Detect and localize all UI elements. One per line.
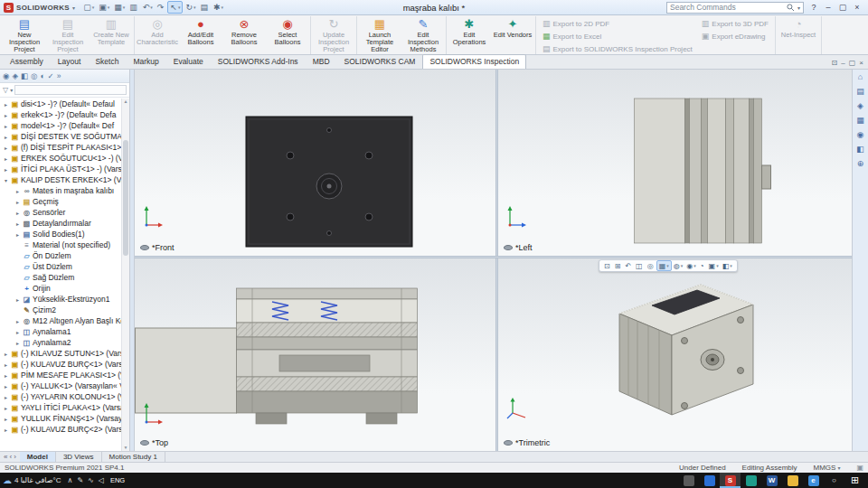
tab-solidworks-inspection[interactable]: SOLIDWORKS Inspection [422,54,526,69]
taskbar-app-icon[interactable] [741,473,761,488]
app-menu-caret-icon[interactable]: ▾ [72,5,75,11]
export-edrawing[interactable]: ▣Export eDrawing [702,32,769,41]
minimize-icon[interactable]: – [821,3,835,12]
task-pane-view-palette-icon[interactable]: ◉ [857,130,864,139]
3d-views-tab[interactable]: 3D Views [56,452,102,462]
launch-template-editor-button[interactable]: ▦Launch Template Editor [358,16,401,54]
tree-expander-icon[interactable]: ▸ [3,145,9,151]
tree-item[interactable]: ▸ ▣ YULLUK FİNANŞ<1> (Varsayıla [0,413,121,424]
tree-expander-icon[interactable]: ▸ [3,166,9,173]
zoom-fit-icon[interactable]: ⊡ [602,260,613,271]
new-document-icon[interactable]: ▢▾ [81,1,96,14]
viewport-left[interactable]: *Left [498,70,852,256]
solidworks-menu[interactable]: S SOLIDWORKS ▾ [4,3,75,13]
tree-item[interactable]: ≡ Material (not specified) [0,239,121,250]
solidworks-taskbar-icon[interactable]: S [720,473,741,488]
tree-expander-icon[interactable]: ▸ [14,329,21,335]
tree-item[interactable]: ▱ Sağ Düzlem [0,272,121,283]
taskbar-app-icon[interactable] [678,473,699,488]
featuremanager-tab-icon[interactable]: ◉ [3,71,9,80]
tree-item[interactable]: ✎ Çizim2 [0,305,121,315]
tree-expander-icon[interactable]: ▸ [3,134,9,140]
taskbar-search-icon[interactable]: ○ [824,473,844,488]
volume-icon[interactable]: ◁ [99,476,104,484]
tree-expander-icon[interactable]: ▸ [3,416,9,422]
view-orientation-icon[interactable]: ▦▾ [656,260,672,271]
viewport-top[interactable]: *Top [135,258,495,451]
viewport-horizontal-splitter[interactable] [135,256,852,258]
model-tab[interactable]: Model [20,452,56,462]
scroll-down-icon[interactable]: ▼ [124,445,128,450]
edge-icon[interactable]: e [803,473,824,488]
redo-icon[interactable]: ↷ [156,1,167,14]
start-button[interactable]: ⊞ [844,473,865,488]
tree-scrollbar[interactable]: ▲ ▼ [121,99,129,451]
net-inspect-button[interactable]: ◔Net-Inspect [777,16,820,54]
pen-icon[interactable]: ✎ [77,476,83,484]
export-to-solidworks-inspection-project[interactable]: ▤Export to SOLIDWORKS Inspection Project [542,44,693,53]
viewport-vertical-splitter[interactable] [495,70,498,451]
select-balloons-button[interactable]: ◉Select Balloons [266,16,309,54]
task-pane-home-icon[interactable]: ⌂ [858,72,863,81]
tree-expander-icon[interactable]: ▸ [3,123,9,129]
hide-show-items-icon[interactable]: ◉▾ [684,260,698,271]
tree-expander-icon[interactable]: ▸ [14,296,21,303]
print-icon[interactable]: ▥ [127,1,140,14]
edit-inspection-methods-button[interactable]: ✎Edit Inspection Methods [401,16,445,54]
tree-item[interactable]: ▸ ▣ (-) YALLUK<1> (Varsayılan« V [0,380,121,391]
edit-inspection-project-button[interactable]: ▤Edit Inspection Project [46,16,90,54]
tree-item[interactable]: ▸ ▣ (-) KULAVUZ BURÇ<2> (Varsa [0,424,121,435]
tree-expander-icon[interactable]: ▸ [14,340,21,346]
update-inspection-project-button[interactable]: ↻Update Inspection Project [312,16,355,54]
previous-view-icon[interactable]: ↶ [623,260,634,271]
tree-item[interactable]: ▸ ▣ erkek<1> -)? (Default« Defa [0,109,121,120]
tab-assembly[interactable]: Assembly [3,54,51,69]
export-to-2d-pdf[interactable]: ▥Export to 2D PDF [542,19,693,28]
zoom-area-icon[interactable]: ⊞ [613,260,624,271]
tree-item[interactable]: ▸ ◎ Sensörler [0,207,121,218]
select-icon[interactable]: ↖▾ [167,1,183,14]
tree-item[interactable]: ▸ ▣ disi<1> -)? (Default« Defaul [0,99,121,109]
tree-expander-icon[interactable]: ▸ [3,112,9,118]
task-pane-resources-icon[interactable]: ▤ [856,87,864,96]
tree-item[interactable]: ▸ ◪ Yükseklik-Ekstrüzyon1 [0,294,121,305]
file-explorer-icon[interactable] [782,473,803,488]
tree-item[interactable]: ▸ ▣ YAYLI İTİCİ PLAKA<1> (Varsayı [0,402,121,413]
word-icon[interactable]: W [761,473,782,488]
motion-study-tab[interactable]: Motion Study 1 [102,452,165,462]
tree-expander-icon[interactable]: ▸ [3,383,9,389]
tab-sketch[interactable]: Sketch [88,54,126,69]
tree-expander-icon[interactable]: ▸ [3,361,9,368]
scrollbar-thumb[interactable] [123,140,128,256]
tree-expander-icon[interactable]: ▸ [3,372,9,379]
export-to-excel[interactable]: ▦Export to Excel [542,32,693,41]
apply-scene-icon[interactable]: ▣▾ [707,260,721,271]
command-search[interactable]: Search Commands ▾ [666,2,804,14]
hidden-icons-chevron[interactable]: ∧ [68,476,73,484]
viewport-restore-icon[interactable]: ⊡ [832,59,838,67]
viewport-trimetric[interactable]: ⊡⊞↶◫◎▦▾◍▾◉▾◔▣▾◧▾ [498,258,852,451]
tree-item[interactable]: ▸ ▣ (-) YAYLARIN KOLONU<1> (V [0,391,121,402]
tree-item[interactable]: ▱ Üst Düzlem [0,261,121,272]
tree-item[interactable]: ▸ ▣ İTİCİ PLAKA ÜST<1> -) (Varsa [0,164,121,174]
filter-funnel-icon[interactable]: ▽ [3,86,8,94]
add-characteristic-button[interactable]: ◎Add Characteristic [136,16,179,54]
file-properties-icon[interactable]: ▤ [198,1,211,14]
tab-mbd[interactable]: MBD [306,54,337,69]
tree-expander-icon[interactable]: ▸ [14,318,21,324]
tree-expander-icon[interactable]: ▸ [3,427,9,433]
display-style-icon[interactable]: ◍▾ [672,260,685,271]
sheet-nav-icon[interactable]: › [14,453,16,461]
export-to-3d-pdf[interactable]: ▥Export to 3D PDF [702,19,769,28]
tree-item[interactable]: ▸ ▣ model<1> -)? (Default« Def [0,120,121,131]
viewport-close-icon[interactable]: × [859,59,863,67]
tree-item[interactable]: ▸ ▣ ERKEK SOĞUTUCU<1> -) (Varsa [0,153,121,164]
status-tag-icon[interactable]: ▣ [856,464,863,472]
tree-expander-icon[interactable]: ▸ [3,155,9,162]
tree-expander-icon[interactable]: ▸ [14,199,21,205]
tab-markup[interactable]: Markup [126,54,165,69]
configurationmanager-tab-icon[interactable]: ◧ [21,71,28,80]
add-edit-balloons-button[interactable]: ●Add/Edit Balloons [179,16,222,54]
rebuild-icon[interactable]: ↻▾ [184,1,197,14]
weather-widget[interactable]: ☁ صافي غالبا 4°C [3,475,61,485]
